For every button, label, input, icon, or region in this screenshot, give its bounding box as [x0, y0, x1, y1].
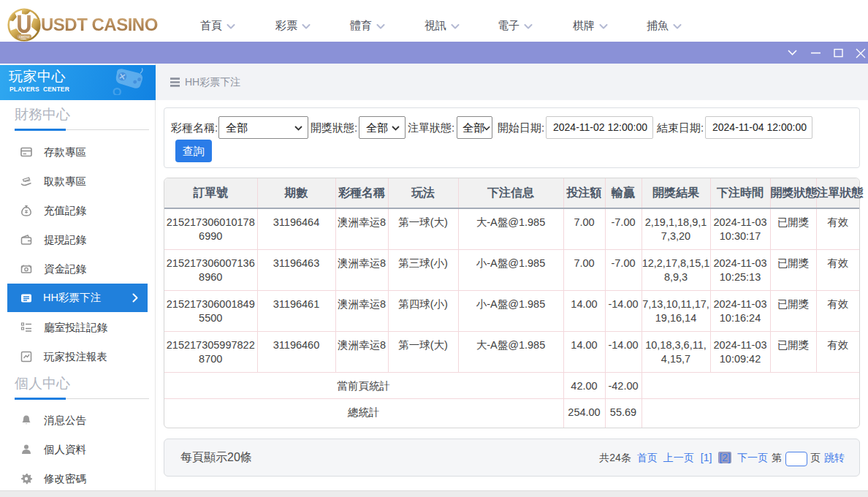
svg-text:casino: casino — [19, 34, 30, 39]
